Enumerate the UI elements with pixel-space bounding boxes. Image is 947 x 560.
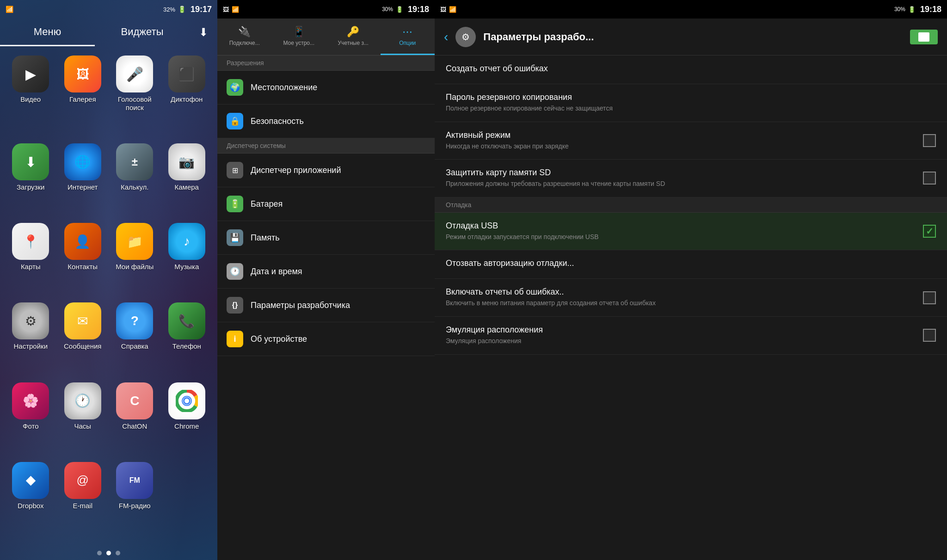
app-icon-messages: ✉ [64, 302, 101, 339]
dot-3 [116, 551, 120, 555]
dot-1 [97, 551, 102, 555]
app-settings[interactable]: ⚙ Настройки [7, 302, 55, 377]
tab-widgets[interactable]: Виджеты [95, 18, 190, 46]
tab-options[interactable]: ⋯ Опции [381, 18, 435, 55]
app-icon-phone: 📞 [168, 302, 205, 339]
dev-settings-icon: ⚙ [455, 27, 476, 47]
tab-device[interactable]: 📱 Мое устро... [272, 18, 326, 55]
dev-item-revoke-auth[interactable]: Отозвать авторизацию отладки... [435, 250, 947, 279]
developer-toggle[interactable] [910, 30, 938, 44]
settings-app-manager[interactable]: ⊞ Диспетчер приложений [217, 154, 435, 187]
dev-item-error-reports[interactable]: Включать отчеты об ошибках.. Включить в … [435, 279, 947, 317]
options-icon: ⋯ [402, 26, 412, 38]
error-reports-checkbox[interactable] [923, 291, 936, 304]
app-messages[interactable]: ✉ Сообщения [59, 302, 107, 377]
settings-battery[interactable]: 🔋 Батарея [217, 187, 435, 221]
protect-sd-checkbox[interactable] [923, 172, 936, 185]
app-dropbox[interactable]: ◆ Dropbox [7, 462, 55, 537]
app-gallery[interactable]: 🖼 Галерея [59, 55, 107, 139]
battery-icon-2: 🔋 [396, 6, 403, 13]
tab-menu[interactable]: Меню [0, 18, 95, 46]
app-icon-music: ♪ [168, 223, 205, 260]
app-icon-internet: 🌐 [64, 143, 101, 180]
app-email[interactable]: @ E-mail [59, 462, 107, 537]
location-icon: 🌍 [227, 79, 243, 96]
app-dictaphone[interactable]: ⬛ Диктофон [163, 55, 211, 139]
dev-wifi-icon: 📶 [449, 6, 456, 13]
back-button[interactable]: ‹ [444, 30, 448, 44]
app-manager-icon: ⊞ [227, 162, 243, 178]
settings-about[interactable]: i Об устройстве [217, 322, 435, 356]
settings-storage[interactable]: 💾 Память [217, 221, 435, 255]
status-bar-home: 📶 32% 🔋 19:17 [0, 0, 217, 18]
app-icon-video: ▶ [12, 55, 49, 92]
dev-battery-icon: 🔋 [908, 6, 916, 13]
device-icon: 📱 [293, 26, 305, 38]
settings-location[interactable]: 🌍 Местоположение [217, 71, 435, 105]
status-bar-left: 📶 [6, 6, 13, 13]
home-screen: 📶 32% 🔋 19:17 Меню Виджеты ⬇ ▶ Видео [0, 0, 217, 560]
photo-icon: 🖼 [223, 6, 229, 13]
debug-section-header: Отладка [435, 197, 947, 213]
app-internet[interactable]: 🌐 Интернет [59, 143, 107, 218]
app-myfiles[interactable]: 📁 Мои файлы [111, 223, 159, 298]
app-photos[interactable]: 🌸 Фото [7, 382, 55, 457]
app-fm-radio[interactable]: FM FM-радио [111, 462, 159, 537]
app-icon-contacts: 👤 [64, 223, 101, 260]
status-bar-dev: 🖼 📶 30% 🔋 19:18 [435, 0, 947, 18]
app-downloads[interactable]: ⬇ Загрузки [7, 143, 55, 218]
app-icon-help: ? [116, 302, 153, 339]
time-display-2: 19:18 [408, 5, 429, 14]
dev-status-left: 🖼 📶 [440, 6, 456, 13]
app-clock[interactable]: 🕐 Часы [59, 382, 107, 457]
app-icon-downloads: ⬇ [12, 143, 49, 180]
app-voice-search[interactable]: 🎤 Голосовой поиск [111, 55, 159, 139]
svg-point-3 [184, 399, 189, 403]
battery-level: 32% [163, 6, 175, 13]
accounts-icon: 🔑 [347, 26, 359, 38]
app-music[interactable]: ♪ Музыка [163, 223, 211, 298]
app-icon-clock: 🕐 [64, 382, 101, 419]
tab-connections[interactable]: 🔌 Подключе... [217, 18, 272, 55]
time-display: 19:17 [191, 5, 212, 14]
settings-screen: 🖼 📶 30% 🔋 19:18 🔌 Подключе... 📱 Мое устр… [217, 0, 435, 560]
app-icon-chaton: C [116, 382, 153, 419]
app-camera[interactable]: 📷 Камера [163, 143, 211, 218]
developer-header: ‹ ⚙ Параметры разрабо... [435, 18, 947, 55]
app-phone[interactable]: 📞 Телефон [163, 302, 211, 377]
app-calculator[interactable]: ± Калькул. [111, 143, 159, 218]
dev-photo-icon: 🖼 [440, 6, 446, 13]
tab-accounts[interactable]: 🔑 Учетные з... [326, 18, 381, 55]
dev-item-backup-password[interactable]: Пароль резервного копирования Полное рез… [435, 84, 947, 122]
dev-item-bug-report[interactable]: Создать отчет об ошибках [435, 55, 947, 84]
battery-level-2: 30% [382, 6, 393, 12]
app-chaton[interactable]: C ChatON [111, 382, 159, 457]
app-help[interactable]: ? Справка [111, 302, 159, 377]
app-icon-dictaphone: ⬛ [168, 55, 205, 92]
dev-item-location-emulation[interactable]: Эмуляция расположения Эмуляция расположе… [435, 317, 947, 355]
toggle-bar [918, 32, 929, 42]
app-contacts[interactable]: 👤 Контакты [59, 223, 107, 298]
usb-debug-checkbox[interactable] [923, 225, 936, 238]
settings-security[interactable]: 🔒 Безопасность [217, 105, 435, 138]
app-icon-email: @ [64, 462, 101, 499]
dot-2 [106, 551, 111, 555]
download-icon: ⬇ [199, 26, 208, 39]
dev-item-protect-sd[interactable]: Защитить карту памяти SD Приложения долж… [435, 160, 947, 197]
download-button[interactable]: ⬇ [190, 18, 217, 46]
active-mode-checkbox[interactable] [923, 134, 936, 147]
app-chrome[interactable]: Chrome [163, 382, 211, 457]
app-icon-camera: 📷 [168, 143, 205, 180]
settings-developer[interactable]: {} Параметры разработчика [217, 289, 435, 322]
wifi-icon: 📶 [6, 6, 13, 13]
settings-datetime[interactable]: 🕐 Дата и время [217, 255, 435, 289]
location-emulation-checkbox[interactable] [923, 329, 936, 342]
app-video[interactable]: ▶ Видео [7, 55, 55, 139]
app-icon-dropbox: ◆ [12, 462, 49, 499]
developer-content: Создать отчет об ошибках Пароль резервно… [435, 55, 947, 560]
dev-item-usb-debug[interactable]: Отладка USB Режим отладки запускается пр… [435, 213, 947, 251]
dev-battery-level: 30% [894, 6, 905, 12]
status-bar-right: 32% 🔋 19:17 [163, 5, 212, 14]
app-maps[interactable]: 📍 Карты [7, 223, 55, 298]
dev-item-active-mode[interactable]: Активный режим Никогда не отключать экра… [435, 122, 947, 160]
